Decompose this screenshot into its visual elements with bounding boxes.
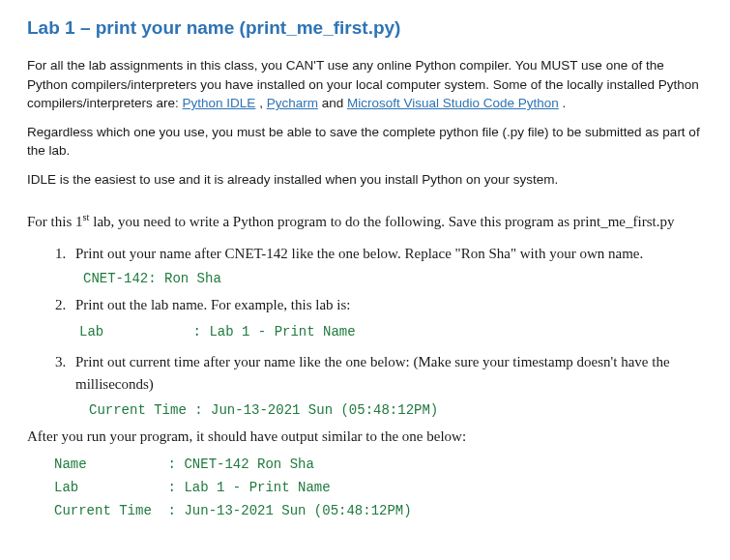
link-pycharm[interactable]: Pycharm [267,96,318,110]
step-2-text: Print out the lab name. For example, thi… [75,297,351,312]
link-python-idle[interactable]: Python IDLE [183,96,256,110]
step-1: Print out your name after CNET-142 like … [70,243,703,265]
sample-output-line-3: Current Time : Jun-13-2021 Sun (05:48:12… [54,503,703,518]
step-2-code: Lab : Lab 1 - Print Name [79,322,703,343]
task-intro-a: For this 1 [27,214,83,229]
closing-text: After you run your program, it should ha… [27,426,703,448]
sample-output-line-2: Lab : Lab 1 - Print Name [54,480,703,495]
step-1-text: Print out your name after CNET-142 like … [75,246,643,261]
intro-paragraph-3: IDLE is the easiest to use and it is alr… [27,170,703,190]
task-intro-sup: st [83,212,90,222]
intro-paragraph-2: Regardless which one you use, you must b… [27,123,703,161]
step-3-text: Print out current time after your name l… [75,354,670,392]
link-vscode-python[interactable]: Microsoft Visual Studio Code Python [347,96,559,110]
sample-output-line-1: Name : CNET-142 Ron Sha [54,457,703,472]
step-2: Print out the lab name. For example, thi… [70,294,703,343]
step-1-code: CNET-142: Ron Sha [83,271,703,286]
task-intro: For this 1st lab, you need to write a Py… [27,210,703,233]
intro-paragraph-1: For all the lab assignments in this clas… [27,56,703,113]
intro-sep1: , [259,96,267,110]
intro-end: . [563,96,567,110]
steps-list: Print out your name after CNET-142 like … [27,243,703,265]
step-3-code: Current Time : Jun-13-2021 Sun (05:48:12… [89,402,703,418]
steps-list-2: Print out the lab name. For example, thi… [27,294,703,396]
task-intro-b: lab, you need to write a Python program … [90,214,675,229]
step-3: Print out current time after your name l… [70,351,703,397]
page-title: Lab 1 – print your name (print_me_first.… [27,17,703,39]
intro-sep2: and [322,96,347,110]
